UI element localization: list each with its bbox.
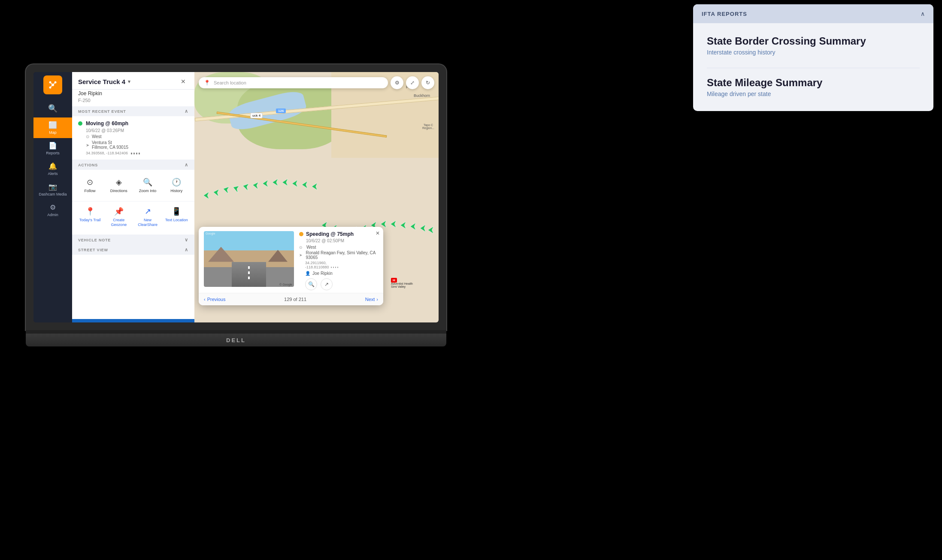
directions-button[interactable]: ◈ Directions (105, 174, 132, 197)
map-area: Piru Buckhorn uck 4 126 (194, 72, 439, 322)
route-badge-126: 126 (276, 108, 286, 113)
collapse-street-icon[interactable]: ∧ (185, 247, 188, 253)
sidebar-item-dashcam[interactable]: 📷 Dashcam Media (33, 179, 72, 200)
follow-button[interactable]: ⊙ Follow (76, 174, 103, 197)
trail-label: Today's Trail (79, 218, 101, 223)
ifta-title: IFTA REPORTS (702, 11, 747, 17)
next-label: Next (365, 297, 375, 302)
hospital-marker: H Adventist Health Simi Valley (391, 278, 413, 288)
sidebar-item-map[interactable]: ⬜ Map (33, 117, 72, 138)
popup-info: Speeding @ 75mph 10/6/22 @ 02:50PM ⊙ Wes… (299, 231, 378, 290)
dashcam-icon: 📷 (48, 183, 57, 191)
settings-button[interactable]: ⚙ (391, 76, 403, 89)
directions-label: Directions (110, 189, 127, 193)
collapse-event-icon[interactable]: ∧ (185, 108, 188, 114)
speed-dot (299, 232, 303, 236)
ifta-report-item[interactable]: State Border Crossing Summary Interstate… (707, 35, 920, 56)
sidebar-item-reports[interactable]: 📄 Reports (33, 138, 72, 159)
popup-close-button[interactable]: ✕ (376, 230, 380, 236)
vehicle-title: Service Truck 4 ▾ (78, 78, 130, 85)
popup-navigation: ‹ Previous 129 of 211 Next › (199, 293, 383, 305)
expand-button[interactable]: ⤢ (406, 76, 419, 89)
vehicle-note-header[interactable]: VEHICLE NOTE ∨ (72, 235, 194, 245)
driver-name: Joe Ripkin (72, 90, 194, 97)
history-icon: 🕐 (172, 178, 181, 187)
svg-marker-13 (263, 180, 268, 187)
map-icon: ⬜ (48, 121, 57, 129)
zoom-button[interactable]: 🔍 Zoom Into (134, 174, 161, 197)
app-logo[interactable] (43, 75, 62, 94)
collapse-note-icon[interactable]: ∨ (185, 237, 188, 243)
navigate-button[interactable]: ↗ (321, 278, 333, 290)
clearshare-label: New ClearShare (136, 218, 160, 227)
sidebar-search[interactable]: 🔍 (33, 99, 72, 117)
collapse-actions-icon[interactable]: ∧ (185, 162, 188, 168)
panel-header: Service Truck 4 ▾ ✕ (72, 72, 194, 90)
refresh-button[interactable]: ↻ (421, 76, 434, 89)
history-button[interactable]: 🕐 History (163, 174, 190, 197)
search-input-wrapper[interactable]: 📍 Search location (199, 77, 388, 88)
vehicle-dropdown-icon[interactable]: ▾ (128, 79, 130, 84)
popup-direction: ⊙ West (299, 245, 378, 250)
svg-marker-17 (302, 181, 308, 188)
follow-icon: ⊙ (87, 178, 93, 187)
mountain2-in-image (268, 250, 288, 262)
laptop-screen: 🔍 ⬜ Map 📄 Reports 🔔 Alerts 📷 Dashcam Med… (33, 72, 439, 322)
laptop-bezel: 🔍 ⬜ Map 📄 Reports 🔔 Alerts 📷 Dashcam Med… (26, 64, 446, 330)
popup-time: 10/6/22 @ 02:50PM (306, 238, 378, 243)
sidebar-item-alerts[interactable]: 🔔 Alerts (33, 159, 72, 179)
search-icon: 🔍 (48, 104, 58, 113)
ifta-collapse-button[interactable]: ∧ (921, 10, 925, 17)
status-dot (78, 121, 82, 126)
svg-marker-33 (428, 226, 433, 234)
compass-icon: ⊙ (86, 134, 89, 139)
svg-marker-16 (292, 180, 298, 187)
bottom-bar (72, 319, 194, 322)
street-view-image: Google © Google (204, 231, 294, 287)
mountain-in-image (208, 247, 234, 262)
svg-marker-31 (410, 223, 416, 230)
map-search-bar: 📍 Search location ⚙ ⤢ ↻ (199, 76, 434, 89)
history-label: History (170, 189, 182, 193)
sidebar-item-admin[interactable]: ⚙ Admin (33, 200, 72, 220)
ifta-report-mileage-item[interactable]: State Mileage Summary Mileage driven per… (707, 77, 920, 97)
speed-event-title-row: Speeding @ 75mph (299, 231, 378, 237)
directions-icon: ◈ (116, 178, 122, 187)
event-counter: 129 of 211 (284, 297, 306, 302)
svg-marker-18 (312, 183, 317, 190)
svg-line-4 (50, 82, 53, 85)
truck-label: uck 4 (250, 113, 263, 118)
next-chevron-icon: › (376, 297, 378, 302)
ifta-report-mileage-desc: Mileage driven per state (707, 90, 920, 97)
ifta-panel: IFTA REPORTS ∧ State Border Crossing Sum… (693, 4, 933, 111)
popup-coords: 34.2911960, -118.8110880 (305, 261, 378, 269)
laptop-brand: DELL (226, 337, 246, 343)
svg-marker-30 (400, 222, 406, 229)
svg-marker-28 (381, 220, 386, 228)
event-address: ➤ Ventura St Fillmore, CA 93015 (86, 140, 188, 150)
most-recent-event-header: MOST RECENT EVENT ∧ (72, 106, 194, 116)
laptop-hinge (26, 330, 446, 334)
main-content: Service Truck 4 ▾ ✕ Joe Ripkin F-250 MOS… (72, 72, 439, 322)
previous-chevron-icon: ‹ (204, 297, 206, 302)
trail-button[interactable]: 📍 Today's Trail (76, 203, 103, 231)
clearshare-button[interactable]: ↗ New ClearShare (134, 203, 161, 231)
next-button[interactable]: Next › (365, 297, 378, 302)
event-time: 10/6/22 @ 03:26PM (86, 128, 188, 133)
ifta-report-mileage-title: State Mileage Summary (707, 77, 920, 89)
geozone-button[interactable]: 📌 Create Geozone (105, 203, 132, 231)
text-location-button[interactable]: 📱 Text Location (163, 203, 190, 231)
alerts-icon: 🔔 (48, 162, 57, 170)
popup-action-buttons: 🔍 ↗ (305, 278, 378, 290)
sidebar-dashcam-label: Dashcam Media (39, 192, 67, 196)
popup-driver: 👤 Joe Ripkin (305, 271, 378, 276)
popup-coords-line1: 34.2911960, (305, 261, 378, 265)
previous-button[interactable]: ‹ Previous (204, 297, 225, 302)
tapo-label: Tapo CRegion... (422, 123, 434, 129)
close-button[interactable]: ✕ (178, 77, 188, 86)
zoom-in-button[interactable]: 🔍 (305, 278, 317, 290)
actions-grid-row2: 📍 Today's Trail 📌 Create Geozone ↗ New C… (72, 202, 194, 235)
speed-event-title: Speeding @ 75mph (306, 231, 354, 237)
search-input[interactable]: Search location (214, 80, 246, 85)
street-view-header[interactable]: STREET VIEW ∧ (72, 245, 194, 255)
